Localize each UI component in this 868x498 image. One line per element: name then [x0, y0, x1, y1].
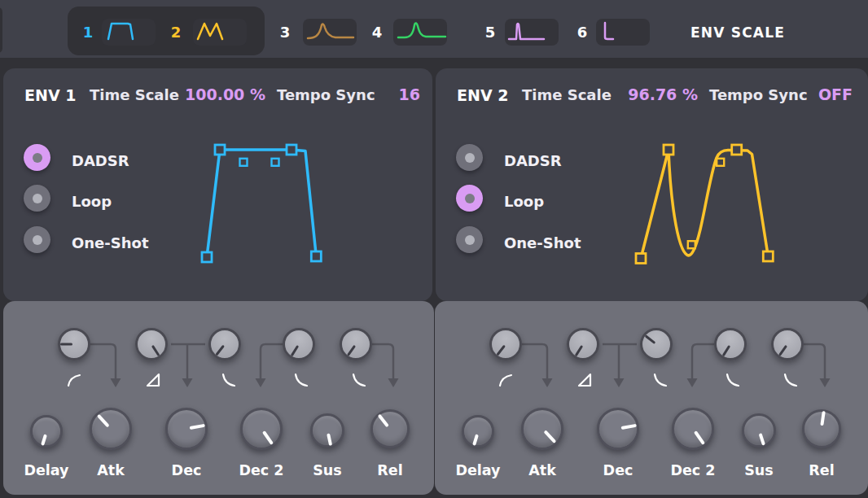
left-edge-notch: [0, 7, 2, 53]
env1-dec-knob-label: Dec: [150, 462, 223, 478]
tab-env1-number[interactable]: 1: [79, 24, 97, 42]
env4-mini-curve: [393, 19, 447, 46]
env1-mode-loop-radio[interactable]: [24, 185, 50, 212]
tab-env2-number[interactable]: 2: [167, 24, 185, 42]
radio-dot: [465, 153, 475, 163]
env1-title: ENV 1: [24, 86, 76, 104]
env2-rel-knob-label: Rel: [785, 462, 858, 478]
env2-atk-knob[interactable]: [521, 408, 563, 450]
env2-dec-knob[interactable]: [597, 408, 639, 450]
env1-delay-power-knob[interactable]: [58, 328, 90, 360]
tab-env4-number[interactable]: 4: [368, 24, 386, 42]
env1-tempo-sync-value[interactable]: 16: [353, 85, 420, 103]
env1-decay2-power-knob[interactable]: [283, 328, 315, 360]
tab-env6-thumbnail[interactable]: [596, 19, 650, 46]
env-scale-label[interactable]: ENV SCALE: [690, 24, 796, 41]
env2-delay-knob-label: Delay: [441, 462, 515, 478]
env1-mode-oneshot-label: One-Shot: [72, 234, 149, 252]
env1-dec-knob[interactable]: [165, 408, 208, 450]
curve-decay-icon: [785, 374, 796, 386]
env1-mode-dadsr-radio[interactable]: [24, 144, 50, 171]
env2-delay-knob[interactable]: [462, 415, 494, 448]
env2-dec-knob-label: Dec: [581, 462, 655, 478]
radio-dot: [465, 235, 475, 245]
env2-decay2-power-knob[interactable]: [714, 328, 747, 360]
env1-atk-knob-label: Atk: [74, 462, 147, 478]
tab-env6-number[interactable]: 6: [573, 24, 591, 42]
env6-mini-curve: [596, 19, 650, 46]
env1-knob-section: DelayAtkDecDec 2SusRel: [3, 301, 434, 495]
env1-panel: ENV 1 Time Scale 100.00 % Tempo Sync 16 …: [3, 68, 432, 301]
env2-sus-knob[interactable]: [742, 413, 776, 448]
linear-ramp-icon: [147, 374, 159, 386]
curve-decay-icon: [296, 374, 307, 386]
tab-env5-thumbnail[interactable]: [505, 19, 559, 46]
env2-mode-oneshot-label: One-Shot: [504, 234, 581, 252]
env2-delay-power-knob[interactable]: [489, 328, 522, 360]
env1-atk-knob[interactable]: [90, 408, 132, 450]
linear-ramp-icon: [579, 374, 590, 386]
env1-dec2-knob[interactable]: [240, 408, 283, 450]
env1-delay-knob-label: Delay: [10, 462, 83, 478]
env2-time-scale-value[interactable]: 96.76 %: [590, 85, 698, 103]
env2-mode-loop-label: Loop: [504, 193, 544, 211]
tab-env2-thumbnail[interactable]: [193, 19, 247, 46]
tab-env5-number[interactable]: 5: [481, 24, 499, 42]
radio-dot: [465, 194, 475, 203]
env3-mini-curve: [303, 19, 357, 46]
env1-mode-loop-label: Loop: [72, 193, 112, 211]
env2-panel: ENV 2 Time Scale 96.76 % Tempo Sync OFF …: [436, 68, 868, 301]
env2-knob-section: DelayAtkDecDec 2SusRel: [435, 301, 868, 495]
radio-dot: [33, 235, 42, 245]
curve-decay-icon: [353, 374, 365, 386]
curve-decay-icon: [655, 374, 666, 386]
radio-dot: [33, 194, 42, 203]
env2-decay-power-knob[interactable]: [640, 328, 673, 360]
env2-mode-oneshot-radio[interactable]: [456, 226, 483, 253]
env2-rel-knob[interactable]: [802, 409, 841, 448]
env1-delay-knob[interactable]: [30, 415, 63, 448]
env2-mode-dadsr-radio[interactable]: [456, 144, 483, 171]
env2-mode-dadsr-label: DADSR: [504, 152, 562, 170]
top-bar: 1 2 3 4 5 6 ENV SCALE: [0, 0, 868, 58]
env1-attack-power-knob[interactable]: [135, 328, 168, 360]
env1-release-power-knob[interactable]: [340, 328, 372, 360]
env1-time-scale-value[interactable]: 100.00 %: [158, 85, 265, 103]
env5-mini-curve: [505, 19, 559, 46]
tab-env4-thumbnail[interactable]: [393, 19, 447, 46]
env1-mode-dadsr-label: DADSR: [72, 152, 129, 170]
env2-dec2-knob[interactable]: [672, 408, 714, 450]
tab-env1-thumbnail[interactable]: [102, 19, 156, 46]
env2-tempo-sync-value[interactable]: OFF: [786, 85, 853, 103]
env1-sus-knob[interactable]: [310, 413, 344, 448]
env2-dec2-knob-label: Dec 2: [656, 462, 730, 478]
env1-mini-curve: [102, 19, 156, 46]
tab-env3-number[interactable]: 3: [276, 24, 294, 42]
env2-mini-curve: [193, 19, 247, 46]
env1-mode-oneshot-radio[interactable]: [24, 226, 50, 253]
curve-rise-icon: [68, 375, 80, 386]
curve-rise-icon: [500, 375, 511, 386]
radio-dot: [33, 153, 42, 163]
curve-decay-icon: [223, 374, 235, 386]
env1-dec2-knob-label: Dec 2: [225, 462, 298, 478]
env1-rel-knob[interactable]: [370, 409, 410, 448]
env2-atk-knob-label: Atk: [506, 462, 579, 478]
env1-decay-power-knob[interactable]: [208, 328, 241, 360]
env2-mode-loop-radio[interactable]: [456, 185, 483, 212]
env2-title: ENV 2: [457, 86, 508, 104]
env2-attack-power-knob[interactable]: [567, 328, 599, 360]
env2-release-power-knob[interactable]: [771, 328, 804, 360]
tab-env3-thumbnail[interactable]: [303, 19, 357, 46]
curve-decay-icon: [727, 374, 739, 386]
env1-rel-knob-label: Rel: [353, 462, 427, 478]
